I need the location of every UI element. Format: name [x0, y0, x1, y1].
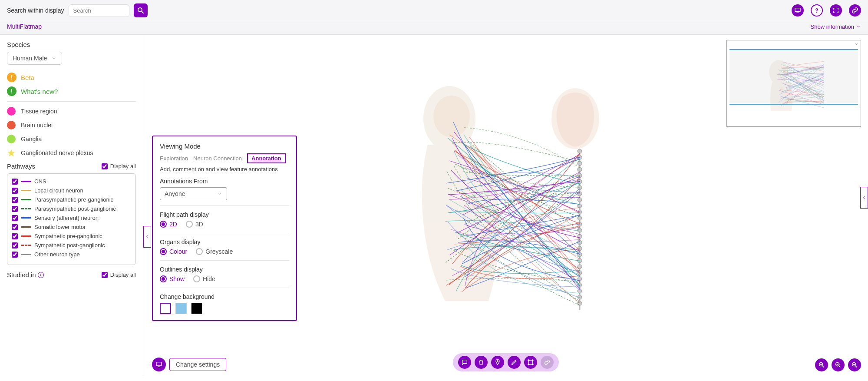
comment-tool[interactable] — [458, 356, 471, 369]
pathway-label: Parasympathetic post-ganglionic — [34, 205, 116, 212]
delete-tool[interactable] — [475, 356, 488, 369]
pin-tool[interactable] — [491, 356, 504, 369]
pathway-checkbox[interactable] — [12, 224, 18, 230]
search-input[interactable] — [69, 4, 129, 17]
organs-colour-option[interactable]: Colour — [160, 248, 187, 255]
pathway-row[interactable]: Other neuron type — [12, 251, 131, 258]
settings-button[interactable] — [152, 358, 166, 371]
svg-point-7 — [433, 96, 470, 137]
flight-path-options: 2D 3D — [160, 221, 289, 228]
trash-icon — [478, 359, 485, 366]
studied-in-label: Studied in i — [7, 271, 44, 278]
pathway-label: Sympathetic pre-ganglionic — [34, 233, 102, 239]
organs-greyscale-option[interactable]: Greyscale — [196, 248, 233, 255]
exclamation-icon: ! — [7, 86, 17, 96]
svg-point-23 — [578, 228, 582, 232]
pathway-checkbox[interactable] — [12, 252, 18, 258]
chevron-down-icon — [854, 42, 859, 46]
pathway-row[interactable]: Sympathetic post-ganglionic — [12, 242, 131, 248]
zoom-out-icon — [835, 361, 842, 368]
change-settings-label[interactable]: Change settings — [169, 358, 226, 371]
share-link-button[interactable] — [849, 4, 861, 17]
display-all-checkbox[interactable] — [102, 272, 108, 278]
help-button[interactable] — [811, 4, 823, 17]
chevron-left-icon — [861, 193, 867, 202]
pathway-row[interactable]: Local circuit neuron — [12, 187, 131, 194]
outlines-show-option[interactable]: Show — [160, 275, 185, 282]
svg-marker-5 — [8, 149, 15, 157]
display-all-checkbox[interactable] — [102, 163, 108, 169]
minimap-viewport[interactable] — [729, 49, 858, 105]
zoom-reset-button[interactable] — [848, 358, 861, 371]
annotation-toolbar — [453, 353, 559, 371]
pathway-checkbox[interactable] — [12, 242, 18, 248]
bg-black-swatch[interactable] — [191, 303, 202, 314]
tab-neuron-connection[interactable]: Neuron Connection — [193, 154, 242, 162]
pathway-row[interactable]: Parasympathetic pre-ganglionic — [12, 196, 131, 203]
svg-line-44 — [822, 366, 824, 367]
pathways-header: Pathways Display all — [7, 162, 136, 170]
pathway-checkbox[interactable] — [12, 179, 18, 185]
zoom-in-button[interactable] — [815, 358, 828, 371]
bounding-box-tool[interactable] — [524, 356, 537, 369]
pathway-swatch-icon — [21, 190, 31, 191]
link-icon — [851, 7, 858, 14]
pathway-row[interactable]: Sensory (afferent) neuron — [12, 215, 131, 221]
pathways-label: Pathways — [7, 162, 35, 170]
plexus-star-icon — [7, 149, 16, 157]
pathway-swatch-icon — [21, 208, 31, 209]
pathway-row[interactable]: CNS — [12, 178, 131, 185]
tab-annotation[interactable]: Annotation — [247, 153, 286, 163]
viewing-mode-title: Viewing Mode — [160, 142, 289, 150]
info-icon[interactable]: i — [38, 272, 44, 278]
flight-3d-option[interactable]: 3D — [186, 221, 203, 228]
show-information-toggle[interactable]: Show information — [811, 23, 861, 30]
pin-icon — [494, 359, 501, 366]
svg-rect-52 — [156, 362, 162, 366]
pathway-row[interactable]: Somatic lower motor — [12, 224, 131, 230]
link-tool[interactable] — [541, 356, 554, 369]
background-label: Change background — [160, 293, 289, 300]
display-all-pathways[interactable]: Display all — [102, 163, 136, 169]
expand-right-panel-handle[interactable] — [860, 187, 868, 209]
zoom-out-button[interactable] — [832, 358, 845, 371]
pathway-checkbox[interactable] — [12, 188, 18, 194]
pathway-row[interactable]: Parasympathetic post-ganglionic — [12, 205, 131, 212]
species-select[interactable]: Human Male — [7, 52, 62, 65]
change-settings-group: Change settings — [152, 358, 226, 371]
outlines-hide-option[interactable]: Hide — [193, 275, 215, 282]
display-all-studied[interactable]: Display all — [102, 272, 136, 278]
bounding-box-icon — [527, 359, 534, 366]
pathway-checkbox[interactable] — [12, 215, 18, 221]
search-button[interactable] — [134, 3, 148, 17]
pathway-checkbox[interactable] — [12, 233, 18, 239]
draw-tool[interactable] — [508, 356, 521, 369]
chevron-down-icon — [217, 191, 222, 196]
minimap-body[interactable] — [727, 48, 861, 127]
pathway-label: Local circuit neuron — [34, 187, 83, 194]
flight-2d-option[interactable]: 2D — [160, 221, 177, 228]
search-label: Search within display — [7, 7, 64, 14]
svg-line-51 — [855, 366, 857, 367]
collapse-sidebar-handle[interactable] — [143, 226, 151, 248]
svg-point-25 — [578, 240, 582, 245]
bg-white-swatch[interactable] — [160, 303, 171, 314]
beta-status[interactable]: ! Beta — [7, 73, 136, 82]
legend-plexus: Ganglionated nerve plexus — [7, 149, 136, 157]
fullscreen-button[interactable] — [830, 4, 842, 17]
pathway-label: Parasympathetic pre-ganglionic — [34, 196, 113, 203]
svg-point-13 — [578, 167, 582, 172]
pathway-label: Sensory (afferent) neuron — [34, 215, 99, 221]
annotations-from-select[interactable]: Anyone — [160, 187, 227, 200]
tab-exploration[interactable]: Exploration — [160, 154, 188, 162]
whats-new-link[interactable]: ! What's new? — [7, 86, 136, 96]
pathway-checkbox[interactable] — [12, 206, 18, 212]
svg-point-37 — [497, 361, 498, 362]
pathway-row[interactable]: Sympathetic pre-ganglionic — [12, 233, 131, 239]
minimap[interactable] — [726, 40, 861, 127]
minimap-collapse[interactable] — [727, 40, 861, 48]
bg-blue-swatch[interactable] — [175, 303, 187, 314]
view-mode-button[interactable] — [792, 4, 804, 17]
pathway-swatch-icon — [21, 254, 31, 255]
pathway-checkbox[interactable] — [12, 197, 18, 203]
